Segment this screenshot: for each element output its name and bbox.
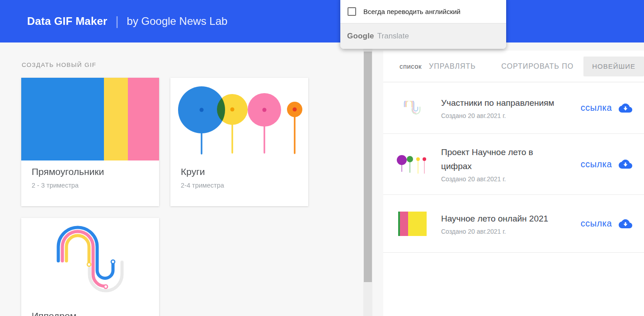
checkbox-unchecked-icon[interactable] (348, 7, 356, 16)
color-block-icon (398, 212, 427, 236)
list-panel-header: список УПРАВЛЯТЬ СОРТИРОВАТЬ ПО НОВЕЙШИЕ (383, 51, 644, 82)
app-byline: by Google News Lab (127, 15, 228, 28)
card-subtitle: 2-4 триместра (181, 182, 298, 189)
cloud-download-icon[interactable] (619, 157, 632, 171)
template-card-racetrack[interactable]: Ипподром (21, 218, 159, 316)
card-subtitle: 2 - 3 триместра (32, 182, 149, 189)
card-title: Прямоугольники (32, 166, 149, 177)
sort-by-label: СОРТИРОВАТЬ ПО (501, 62, 573, 71)
card-title: Ипподром (32, 311, 149, 316)
gif-title: Участники по направлениям (441, 96, 561, 110)
data-gif-maker-app: Data GIF Maker | by Google News Lab Всег… (0, 0, 644, 316)
gif-list-item[interactable]: Научное лето онлайн 2021 Создано 20 авг.… (383, 195, 644, 253)
app-header: Data GIF Maker | by Google News Lab (0, 0, 644, 42)
translate-popup-footer[interactable]: Google Translate (340, 23, 506, 49)
app-title: Data GIF Maker (27, 15, 108, 28)
scrollbar-thumb[interactable] (364, 52, 372, 282)
translate-product-label: Translate (377, 32, 409, 41)
tab-list: список (400, 62, 422, 70)
card-title: Круги (181, 166, 298, 177)
gif-list-item[interactable]: Проект Научное лето в цифрах Создано 20 … (383, 134, 644, 195)
sort-newest-button[interactable]: НОВЕЙШИЕ (583, 57, 644, 76)
racetrack-preview-graphic (21, 218, 159, 305)
gif-link[interactable]: ссылка (581, 103, 612, 113)
lollipop-icon (396, 153, 428, 175)
racetrack-mini-icon (404, 101, 421, 115)
title-divider: | (116, 14, 119, 28)
translate-popup: Всегда переводить английский Google Tran… (340, 0, 506, 49)
cloud-download-icon[interactable] (619, 101, 632, 115)
gif-created-date: Создано 20 авг.2021 г. (441, 112, 561, 119)
google-logo: Google (347, 32, 374, 41)
gif-created-date: Создано 20 авг.2021 г. (441, 175, 561, 183)
template-card-rectangles[interactable]: Прямоугольники 2 - 3 триместра (21, 78, 159, 206)
template-card-circles[interactable]: Круги 2-4 триместра (170, 78, 308, 206)
gif-created-date: Создано 20 авг.2021 г. (441, 228, 561, 235)
gif-link[interactable]: ссылка (581, 159, 612, 170)
gif-link[interactable]: ссылка (581, 218, 612, 229)
gif-list-panel: список УПРАВЛЯТЬ СОРТИРОВАТЬ ПО НОВЕЙШИЕ (383, 51, 644, 316)
translate-always-row: Всегда переводить английский (340, 0, 506, 23)
gif-list-item[interactable]: Участники по направлениям Создано 20 авг… (383, 82, 644, 134)
cloud-download-icon[interactable] (619, 217, 632, 231)
circles-preview-graphic (170, 78, 308, 160)
tab-manage[interactable]: УПРАВЛЯТЬ (429, 62, 476, 71)
rectangles-preview-graphic (21, 78, 159, 160)
create-new-gif-label: СОЗДАТЬ НОВЫЙ GIF (22, 61, 96, 68)
translate-checkbox-label: Всегда переводить английский (363, 8, 461, 15)
gif-title: Научное лето онлайн 2021 (441, 212, 561, 226)
gif-title: Проект Научное лето в цифрах (441, 146, 561, 173)
